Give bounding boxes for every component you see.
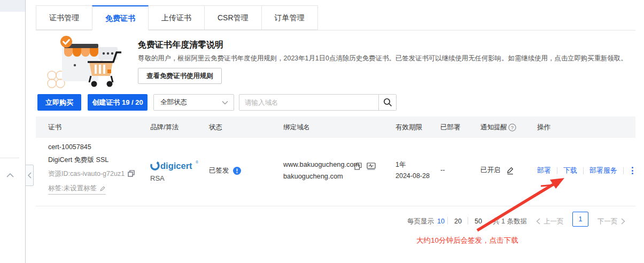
annotation-text: 大约10分钟后会签发，点击下载	[416, 236, 518, 245]
info-icon[interactable]	[233, 167, 241, 175]
tab-order-management[interactable]: 订单管理	[261, 5, 318, 30]
tab-cert-management[interactable]: 证书管理	[36, 5, 92, 30]
search-icon	[383, 98, 392, 107]
actions-cell: 部署 下载 部署服务	[537, 166, 635, 175]
status-filter-value: 全部状态	[160, 98, 222, 107]
col-deployed: 已部署	[440, 117, 461, 138]
action-separator	[623, 167, 624, 174]
col-validity: 有效期限	[395, 117, 422, 138]
notification-help-icon[interactable]: ?	[508, 123, 516, 134]
promo-illustration	[45, 33, 126, 91]
create-cert-button[interactable]: 创建证书 19 / 20	[88, 94, 148, 111]
copy-domains-icon[interactable]	[354, 163, 362, 172]
deploy-link[interactable]: 部署	[537, 166, 551, 175]
rail-divider	[0, 158, 19, 158]
deploy-service-link[interactable]: 部署服务	[589, 166, 617, 175]
domain-primary: www.bakuogucheng.com	[283, 160, 359, 168]
table-header: 证书 品牌/算法 状态 绑定域名 有效期限 已部署 通知提醒 ? 操作	[36, 117, 635, 138]
page-size-50[interactable]: 50	[475, 216, 482, 227]
domain-monitor-icon[interactable]	[367, 163, 376, 172]
prev-page-button[interactable]: 上一页	[536, 216, 564, 227]
buy-now-button[interactable]: 立即购买	[37, 94, 81, 111]
edit-notification-icon[interactable]	[506, 166, 514, 175]
domain-search-input[interactable]	[239, 95, 378, 110]
expire-date: 2024-08-28	[395, 172, 430, 180]
search-button[interactable]	[378, 95, 396, 110]
banner-description: 尊敬的用户，根据阿里云免费证书年度使用规则，2023年1月1日0点清除历史免费证…	[138, 54, 627, 63]
next-page-button[interactable]: 下一页	[598, 216, 625, 227]
cert-id: cert-10057845	[48, 143, 91, 151]
page-size-20[interactable]: 20	[454, 216, 462, 227]
col-brand-algo: 品牌/算法	[150, 117, 179, 138]
col-notification: 通知提醒	[480, 117, 507, 138]
tab-upload-cert[interactable]: 上传证书	[148, 5, 205, 30]
svg-text:?: ?	[511, 125, 514, 130]
action-separator	[583, 167, 584, 174]
col-status: 状态	[209, 117, 222, 138]
chevron-left-icon	[536, 218, 540, 225]
banner-title: 免费证书年度清零说明	[138, 40, 223, 51]
download-link[interactable]: 下载	[563, 166, 577, 175]
more-actions-icon[interactable]	[630, 166, 635, 175]
sidebar-remnant	[0, 0, 25, 12]
col-cert: 证书	[48, 117, 61, 138]
page-size-10[interactable]: 10	[437, 216, 445, 227]
tab-free-cert[interactable]: 免费证书	[92, 5, 149, 30]
col-actions: 操作	[537, 117, 550, 138]
domain-secondary: bakuogucheng.com	[283, 172, 343, 180]
chevron-up-icon[interactable]	[6, 170, 14, 180]
notification-cell: 已开启	[480, 166, 514, 175]
pagination-separator	[447, 217, 448, 225]
validity-period: 1年	[395, 160, 406, 169]
status-text: 已签发	[209, 166, 229, 175]
status-filter-select[interactable]: 全部状态	[153, 94, 234, 111]
sidebar-divider	[25, 0, 26, 263]
svg-text:®: ®	[196, 160, 199, 164]
domain-search-box	[239, 94, 397, 111]
cert-name: DigiCert 免费版 SSL	[48, 156, 108, 165]
tab-bar: 证书管理 免费证书 上传证书 CSR管理 订单管理	[36, 5, 635, 30]
current-page-button[interactable]: 1	[572, 212, 588, 227]
edit-tag-icon[interactable]	[99, 185, 106, 192]
view-rules-button[interactable]: 查看免费证书使用规则	[138, 68, 222, 84]
deployed-value: --	[440, 166, 445, 174]
chevron-right-icon	[621, 218, 625, 225]
chevron-left-icon	[28, 172, 32, 179]
status-cell: 已签发	[209, 166, 241, 175]
sidebar-collapse-handle[interactable]	[25, 165, 34, 186]
per-page-label: 每页显示	[407, 216, 434, 227]
tag-line: 标签:未设置标签	[48, 184, 106, 195]
free-cert-console: 证书管理 免费证书 上传证书 CSR管理 订单管理	[0, 0, 644, 263]
col-domain: 绑定域名	[283, 117, 310, 138]
chevron-down-icon	[222, 100, 228, 105]
svg-text:digicert: digicert	[160, 161, 192, 171]
table-row: cert-10057845 DigiCert 免费版 SSL 资源ID:cas-…	[36, 138, 635, 206]
action-separator	[557, 167, 557, 174]
notification-status: 已开启	[480, 166, 501, 175]
resource-id: 资源ID:cas-ivauto-g72uz1	[48, 169, 135, 179]
total-count: 共 1 条数据	[493, 216, 527, 227]
copy-icon[interactable]	[128, 170, 135, 177]
digicert-logo: digicert ®	[150, 159, 201, 174]
tab-csr-management[interactable]: CSR管理	[204, 5, 262, 30]
pagination-separator	[468, 217, 468, 225]
algorithm: RSA	[150, 174, 165, 182]
